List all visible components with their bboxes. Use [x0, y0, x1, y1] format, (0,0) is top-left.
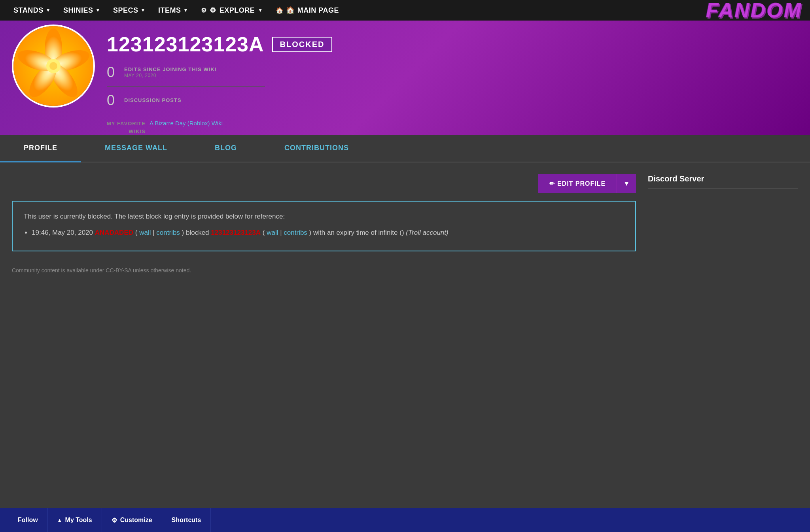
- edit-btn-group: ✏ EDIT PROFILE ▼: [538, 174, 636, 193]
- gear-icon: ⚙: [112, 517, 117, 524]
- stat-divider: [107, 86, 265, 87]
- chevron-down-icon: ▼: [46, 8, 51, 13]
- tab-blog[interactable]: BLOG: [191, 135, 261, 162]
- home-icon: 🏠: [286, 6, 295, 15]
- discussions-label: DISCUSSION POSTS: [124, 97, 182, 104]
- sidebar: Discord Server: [648, 174, 798, 259]
- explore-icon: ⚙: [210, 6, 216, 15]
- favorites-label: MY FAVORITEWIKIS: [107, 120, 146, 135]
- discussions-stat-row: 0 DISCUSSION POSTS: [107, 92, 798, 109]
- tab-profile[interactable]: PROFILE: [0, 135, 81, 162]
- block-timestamp: 19:46, May 20, 2020: [32, 229, 95, 236]
- sidebar-divider: [648, 188, 798, 189]
- content-area: ✏ EDIT PROFILE ▼ This user is currently …: [12, 174, 636, 259]
- edits-label: EDITS SINCE JOINING THIS WIKI: [124, 66, 216, 73]
- nav-explore[interactable]: ⚙ EXPLORE ▼: [195, 4, 269, 17]
- blocked-parens: (: [263, 229, 265, 236]
- customize-label: Customize: [120, 517, 152, 524]
- blocker-contribs-link[interactable]: contribs: [156, 229, 180, 236]
- blocker-name: ANADADED: [95, 229, 133, 236]
- edit-profile-row: ✏ EDIT PROFILE ▼: [12, 174, 636, 193]
- block-notice-list: 19:46, May 20, 2020 ANADADED ( wall | co…: [32, 227, 624, 239]
- block-notice-intro: This user is currently blocked. The late…: [24, 213, 285, 220]
- separator: |: [153, 229, 156, 236]
- follow-label: Follow: [18, 517, 38, 524]
- favorites-wiki-link[interactable]: A Bizarre Day (Roblox) Wiki: [150, 120, 223, 126]
- follow-button[interactable]: Follow: [8, 508, 48, 532]
- chevron-up-icon: ▲: [57, 517, 62, 523]
- tab-contributions[interactable]: CONTRIBUTIONS: [261, 135, 373, 162]
- username-row: 123123123123A BLOCKED: [107, 32, 798, 56]
- blocked-badge: BLOCKED: [272, 37, 333, 52]
- customize-button[interactable]: ⚙ Customize: [102, 508, 162, 532]
- chevron-down-icon: ▼: [96, 8, 100, 13]
- edit-profile-button[interactable]: ✏ EDIT PROFILE: [538, 174, 617, 193]
- block-parens-open: (: [135, 229, 138, 236]
- chevron-down-icon: ▼: [183, 8, 188, 13]
- blocked-text: ) blocked: [182, 229, 211, 236]
- favorites-row: MY FAVORITEWIKIS A Bizarre Day (Roblox) …: [107, 120, 798, 135]
- blocker-wall-link[interactable]: wall: [139, 229, 151, 236]
- avatar: [12, 25, 95, 108]
- my-tools-label: My Tools: [65, 517, 92, 524]
- edits-date: MAY 20, 2020: [124, 73, 216, 78]
- profile-header: 123123123123A BLOCKED 0 EDITS SINCE JOIN…: [0, 21, 810, 135]
- shortcuts-label: Shortcuts: [172, 517, 201, 524]
- username: 123123123123A: [107, 32, 264, 56]
- fandom-logo: FANDOM: [706, 0, 802, 22]
- bottom-bar: Follow ▲ My Tools ⚙ Customize Shortcuts: [0, 508, 810, 532]
- nav-main-page[interactable]: 🏠 MAIN PAGE: [270, 4, 344, 17]
- block-entry: 19:46, May 20, 2020 ANADADED ( wall | co…: [32, 227, 624, 239]
- edits-stat-row: 0 EDITS SINCE JOINING THIS WIKI MAY 20, …: [107, 64, 798, 81]
- chevron-down-icon: ▼: [141, 8, 146, 13]
- block-expiry: ) with an expiry time of infinite (): [309, 229, 406, 236]
- separator2: |: [280, 229, 284, 236]
- nav-items[interactable]: ITEMS ▼: [153, 4, 194, 17]
- stats-area: 0 EDITS SINCE JOINING THIS WIKI MAY 20, …: [107, 64, 798, 135]
- blocked-username: 123123123123A: [211, 229, 261, 236]
- edits-count: 0: [107, 64, 119, 81]
- blocked-wall-link[interactable]: wall: [267, 229, 278, 236]
- my-tools-button[interactable]: ▲ My Tools: [48, 508, 102, 532]
- chevron-down-icon: ▼: [258, 8, 263, 13]
- tab-message-wall[interactable]: MESSAGE WALL: [81, 135, 191, 162]
- shortcuts-button[interactable]: Shortcuts: [162, 508, 211, 532]
- edit-profile-dropdown-button[interactable]: ▼: [617, 174, 636, 193]
- profile-tabs: PROFILE MESSAGE WALL BLOG CONTRIBUTIONS: [0, 135, 810, 162]
- tab-spacer: [373, 135, 810, 162]
- profile-info: 123123123123A BLOCKED 0 EDITS SINCE JOIN…: [107, 28, 798, 135]
- nav-specs[interactable]: SPECS ▼: [108, 4, 151, 17]
- edits-label-area: EDITS SINCE JOINING THIS WIKI MAY 20, 20…: [124, 66, 216, 79]
- footer-note: Community content is available under CC-…: [0, 259, 810, 281]
- nav-stands[interactable]: STANDS ▼: [8, 4, 56, 17]
- block-notice: This user is currently blocked. The late…: [12, 201, 636, 251]
- main-content: ✏ EDIT PROFILE ▼ This user is currently …: [0, 162, 810, 259]
- sidebar-title: Discord Server: [648, 174, 798, 183]
- top-navigation: STANDS ▼ SHINIES ▼ SPECS ▼ ITEMS ▼ ⚙ EXP…: [0, 0, 810, 21]
- nav-shinies[interactable]: SHINIES ▼: [58, 4, 106, 17]
- block-reason: (Troll account): [406, 229, 448, 236]
- svg-point-7: [49, 62, 57, 70]
- avatar-image: [13, 26, 93, 106]
- discussions-count: 0: [107, 92, 119, 109]
- blocked-contribs-link[interactable]: contribs: [284, 229, 307, 236]
